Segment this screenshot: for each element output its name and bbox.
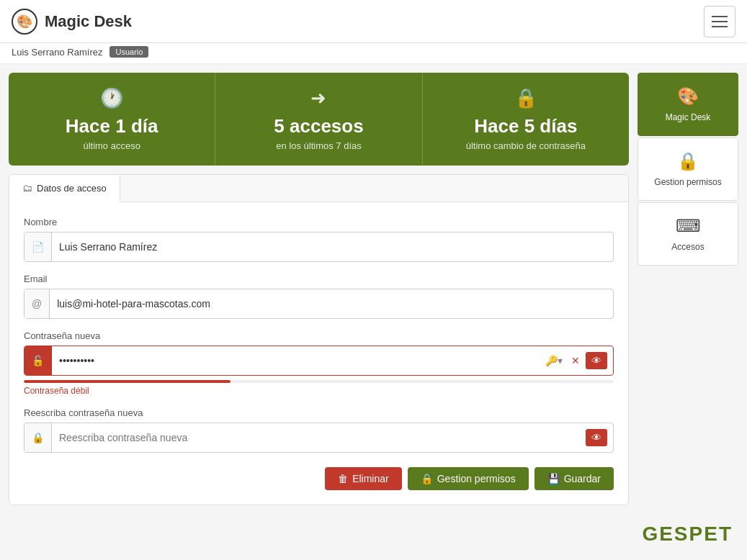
nombre-input[interactable] — [52, 235, 613, 258]
confirm-input-wrapper: 🔒 👁 — [24, 423, 614, 453]
stat-password-change: 🔒 Hace 5 días último cambio de contraseñ… — [422, 73, 629, 166]
delete-label: Eliminar — [352, 473, 389, 484]
password-input-wrapper: 🔓 🔑▾ ✕ 👁 — [24, 346, 614, 376]
confirm-password-group: Reescriba contraseña nueva 🔒 👁 — [24, 407, 614, 453]
sidebar-item-gestion-permisos[interactable]: 🔒 Gestion permisos — [638, 137, 738, 201]
tab-datos-acceso[interactable]: 🗂 Datos de acceso — [9, 175, 120, 202]
form-actions: 🗑 Eliminar 🔒 Gestion permisos 💾 Guardar — [24, 467, 614, 490]
nombre-label: Nombre — [24, 217, 614, 227]
strength-label: Contraseña débil — [24, 386, 614, 396]
email-input-wrapper: @ — [24, 289, 614, 319]
nombre-prefix-icon: 📄 — [24, 232, 52, 261]
accesos-icon: ⌨ — [676, 216, 701, 236]
password-label: Contraseña nueva — [24, 330, 614, 341]
confirm-input[interactable] — [52, 426, 580, 449]
password-input[interactable] — [52, 349, 537, 372]
sidebar-item-magic-desk[interactable]: 🎨 Magic Desk — [638, 73, 738, 136]
app-title: Magic Desk — [45, 12, 132, 31]
tab-label: Datos de acceso — [37, 183, 107, 194]
stat-accesses: ➜ 5 accesos en los últimos 7 días — [215, 73, 421, 166]
save-icon: 💾 — [547, 473, 560, 484]
password-prefix-icon: 🔓 — [24, 346, 52, 375]
password-toggle-button[interactable]: 👁 — [586, 352, 607, 369]
sidebar-gestion-permisos-label: Gestion permisos — [654, 177, 721, 187]
main-layout: 🕐 Hace 1 día último acceso ➜ 5 accesos e… — [0, 64, 747, 514]
hamburger-line-2 — [712, 21, 728, 22]
password-suffix: 🔑▾ ✕ 👁 — [537, 346, 613, 375]
user-name: Luis Serrano Ramírez — [12, 47, 102, 58]
confirm-prefix-icon: 🔒 — [24, 423, 52, 452]
header-left: 🎨 Magic Desk — [12, 9, 132, 35]
footer-brand: GESPET — [642, 523, 733, 546]
permissions-icon: 🔒 — [421, 473, 433, 484]
stat-last-access-label: último acceso — [83, 140, 140, 151]
confirm-label: Reescriba contraseña nueva — [24, 407, 614, 418]
email-label: Email — [24, 274, 614, 284]
confirm-suffix: 👁 — [580, 423, 613, 452]
login-icon: ➜ — [310, 87, 326, 109]
sidebar-magic-desk-label: Magic Desk — [666, 112, 711, 122]
save-button[interactable]: 💾 Guardar — [534, 467, 614, 490]
password-group: Contraseña nueva 🔓 🔑▾ ✕ 👁 — [24, 330, 614, 396]
permissions-label: Gestion permisos — [437, 473, 516, 484]
sidebar-accesos-label: Accesos — [671, 242, 704, 252]
nombre-input-wrapper: 📄 — [24, 232, 614, 262]
form-card: 🗂 Datos de acceso Nombre 📄 Email — [9, 174, 629, 505]
stat-accesses-label: en los últimos 7 días — [276, 140, 362, 151]
form-body: Nombre 📄 Email @ Contraseña n — [9, 202, 628, 505]
gestion-permisos-icon: 🔒 — [677, 151, 699, 171]
clock-icon: 🕐 — [100, 87, 123, 109]
sidebar-item-accesos[interactable]: ⌨ Accesos — [638, 202, 738, 266]
left-content: 🕐 Hace 1 día último acceso ➜ 5 accesos e… — [9, 73, 629, 505]
stats-bar: 🕐 Hace 1 día último acceso ➜ 5 accesos e… — [9, 73, 629, 166]
permissions-button[interactable]: 🔒 Gestion permisos — [408, 467, 529, 490]
lock-icon: 🔒 — [514, 87, 537, 109]
magic-desk-icon: 🎨 — [677, 86, 699, 107]
app-logo: 🎨 — [12, 9, 37, 35]
tab-icon: 🗂 — [22, 182, 32, 194]
strength-bar — [24, 380, 614, 383]
stat-password-value: Hace 5 días — [474, 115, 577, 137]
password-generator-button[interactable]: 🔑▾ — [542, 353, 565, 368]
hamburger-button[interactable] — [704, 6, 735, 37]
right-sidebar: 🎨 Magic Desk 🔒 Gestion permisos ⌨ Acceso… — [638, 73, 738, 505]
email-input[interactable] — [50, 292, 613, 315]
hamburger-line-1 — [712, 16, 728, 17]
password-clear-button[interactable]: ✕ — [568, 353, 583, 368]
hamburger-line-3 — [712, 26, 728, 27]
delete-icon: 🗑 — [338, 473, 348, 484]
app-header: 🎨 Magic Desk — [0, 0, 747, 43]
stat-password-label: último cambio de contraseña — [466, 140, 586, 151]
email-prefix-icon: @ — [24, 289, 50, 318]
form-tabs: 🗂 Datos de acceso — [9, 175, 628, 202]
confirm-toggle-button[interactable]: 👁 — [586, 429, 607, 446]
strength-fill — [24, 380, 231, 383]
nombre-group: Nombre 📄 — [24, 217, 614, 262]
stat-last-access-value: Hace 1 día — [66, 115, 158, 137]
save-label: Guardar — [564, 473, 601, 484]
email-group: Email @ — [24, 274, 614, 319]
stat-accesses-value: 5 accesos — [274, 115, 363, 137]
user-bar: Luis Serrano Ramírez Usuario — [0, 43, 747, 64]
delete-button[interactable]: 🗑 Eliminar — [325, 467, 402, 490]
stat-last-access: 🕐 Hace 1 día último acceso — [9, 73, 215, 166]
role-badge: Usuario — [109, 46, 148, 58]
